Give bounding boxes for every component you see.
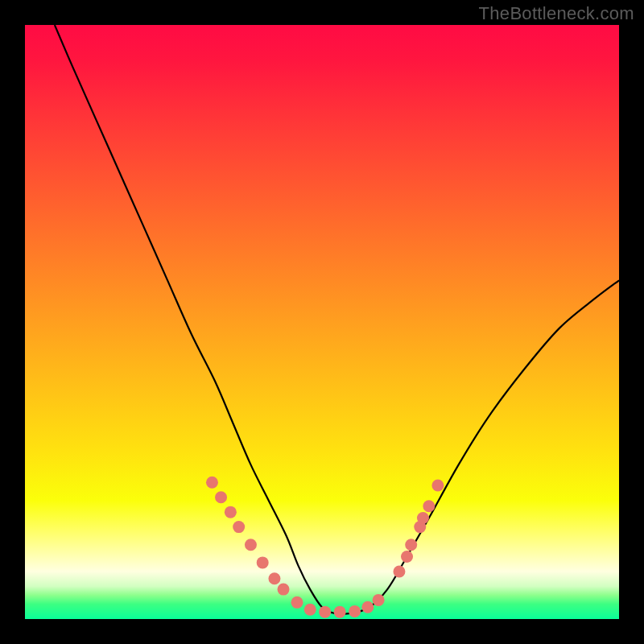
scatter-point	[405, 539, 417, 551]
scatter-point	[268, 572, 280, 584]
scatter-point	[423, 500, 435, 512]
watermark-text: TheBottleneck.com	[479, 3, 634, 24]
scatter-layer	[25, 25, 619, 619]
scatter-point	[245, 539, 257, 551]
scatter-point	[304, 604, 316, 616]
scatter-point	[334, 606, 346, 618]
scatter-point	[393, 565, 405, 577]
scatter-point	[215, 491, 227, 503]
scatter-point	[291, 597, 303, 609]
scatter-point	[401, 551, 413, 563]
scatter-point	[206, 477, 218, 489]
plot-area	[25, 25, 619, 619]
scatter-point	[349, 605, 361, 617]
scatter-point	[417, 512, 429, 524]
chart-stage: TheBottleneck.com	[0, 0, 644, 644]
scatter-point	[225, 506, 237, 518]
scatter-point	[319, 606, 331, 618]
scatter-point	[233, 521, 245, 533]
scatter-point	[361, 601, 374, 613]
scatter-point	[431, 479, 444, 491]
scatter-point	[373, 594, 385, 606]
scatter-point	[257, 556, 269, 568]
scatter-group	[206, 477, 444, 618]
scatter-point	[278, 584, 290, 596]
